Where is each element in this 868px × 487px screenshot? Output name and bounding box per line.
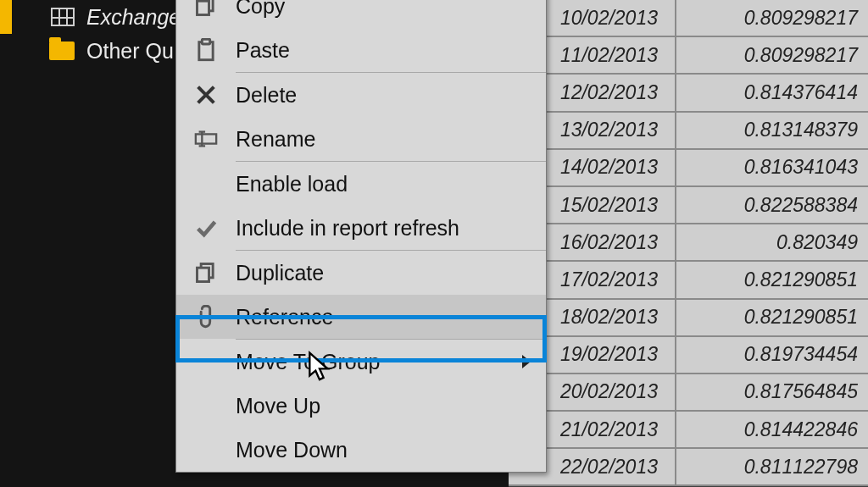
table-row[interactable]: 13/02/20130.813148379 [509,113,868,150]
value-cell: 0.819734454 [676,337,868,373]
menu-item-label: Reference [236,305,546,329]
value-cell: 0.814422846 [676,412,868,447]
menu-item-label: Rename [236,127,546,152]
table-row[interactable]: 12/02/20130.814376414 [509,75,868,112]
table-row[interactable]: 10/02/20130.809298217 [509,0,868,37]
value-cell: 0.822588384 [676,187,868,223]
menu-item-label: Move Down [236,438,546,462]
value-cell: 0.821290851 [676,300,868,335]
menu-item-reference[interactable]: Reference [176,295,546,339]
menu-item-label: Include in report refresh [236,216,546,241]
clip-icon [176,305,236,329]
value-cell: 0.820349 [676,224,868,260]
svg-rect-11 [198,268,209,281]
svg-rect-6 [196,134,216,143]
menu-item-delete[interactable]: Delete [176,73,546,117]
value-cell: 0.809298217 [676,0,868,36]
menu-item-label: Copy [236,0,546,19]
menu-item-rename[interactable]: Rename [176,117,546,161]
menu-item-move-down[interactable]: Move Down [176,428,546,472]
context-menu: CopyPasteDeleteRenameEnable loadInclude … [175,0,547,473]
value-cell: 0.817564845 [676,374,868,410]
menu-item-label: Move Up [236,394,546,418]
table-row[interactable]: 17/02/20130.821290851 [509,262,868,299]
menu-item-label: Delete [236,83,546,108]
tree-item-label: Other Qu [86,39,174,64]
copy-icon [176,0,236,18]
menu-item-move-to-group[interactable]: Move To Group [176,340,546,384]
svg-rect-3 [202,39,209,44]
table-row[interactable]: 14/02/20130.816341043 [509,150,868,187]
value-cell: 0.813148379 [676,113,868,148]
check-icon [176,216,236,240]
value-cell: 0.821290851 [676,262,868,297]
value-cell: 0.809298217 [676,37,868,73]
table-row[interactable]: 15/02/20130.822588384 [509,187,868,224]
menu-item-paste[interactable]: Paste [176,28,546,72]
table-row[interactable]: 21/02/20130.814422846 [509,412,868,449]
paste-icon [176,38,236,62]
data-grid: 10/02/20130.80929821711/02/20130.8092982… [509,0,868,487]
menu-item-move-up[interactable]: Move Up [176,384,546,428]
table-row[interactable]: 20/02/20130.817564845 [509,374,868,412]
menu-item-label: Paste [236,38,546,63]
menu-item-include-in-report-refresh[interactable]: Include in report refresh [176,206,546,250]
table-row[interactable]: 18/02/20130.821290851 [509,300,868,337]
menu-item-copy[interactable]: Copy [176,0,546,28]
menu-item-enable-load[interactable]: Enable load [176,162,546,206]
menu-item-label: Move To Group [236,350,546,374]
folder-icon [49,42,75,60]
cursor-text-icon [176,127,236,151]
selection-indicator [0,0,12,34]
menu-item-duplicate[interactable]: Duplicate [176,251,546,295]
table-icon [51,8,75,26]
menu-item-label: Enable load [236,172,546,196]
copy-icon [176,261,236,285]
table-row[interactable]: 19/02/20130.819734454 [509,337,868,374]
table-row[interactable]: 11/02/20130.809298217 [509,37,868,75]
value-cell: 0.814376414 [676,75,868,110]
submenu-arrow-icon [522,355,531,368]
value-cell: 0.816341043 [676,150,868,185]
table-row[interactable]: 22/02/20130.811122798 [509,449,868,486]
x-icon [176,83,236,107]
value-cell: 0.811122798 [676,449,868,484]
menu-item-label: Duplicate [236,261,546,285]
svg-rect-1 [198,1,209,14]
table-row[interactable]: 16/02/20130.820349 [509,224,868,262]
